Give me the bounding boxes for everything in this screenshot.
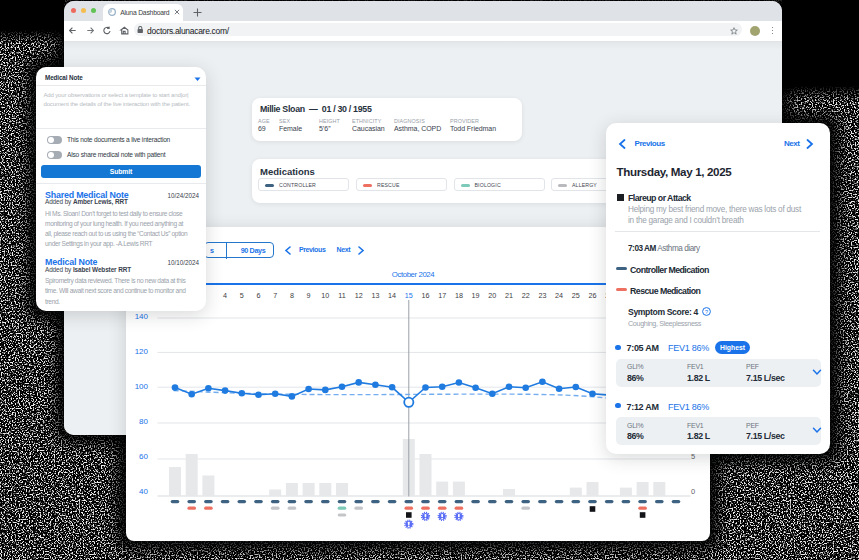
svg-text:0: 0: [691, 487, 695, 496]
svg-text:26: 26: [588, 291, 596, 300]
svg-text:9: 9: [306, 291, 310, 300]
svg-text:15: 15: [404, 291, 412, 300]
svg-text:22: 22: [521, 291, 529, 300]
svg-text:18: 18: [454, 291, 462, 300]
svg-text:23: 23: [538, 291, 546, 300]
svg-text:10: 10: [321, 291, 329, 300]
svg-text:25: 25: [571, 291, 579, 300]
svg-text:19: 19: [471, 291, 479, 300]
svg-text:8: 8: [289, 291, 293, 300]
svg-text:21: 21: [505, 291, 513, 300]
svg-text:140: 140: [134, 312, 148, 321]
svg-text:24: 24: [555, 291, 563, 300]
svg-text:4: 4: [223, 291, 227, 300]
svg-text:120: 120: [134, 347, 148, 356]
svg-text:80: 80: [139, 417, 148, 426]
svg-text:5: 5: [239, 291, 243, 300]
svg-text:12: 12: [354, 291, 362, 300]
svg-text:13: 13: [371, 291, 379, 300]
svg-text:7: 7: [273, 291, 277, 300]
svg-text:6: 6: [256, 291, 260, 300]
svg-text:20: 20: [488, 291, 496, 300]
svg-text:60: 60: [139, 452, 148, 461]
svg-text:40: 40: [139, 487, 148, 496]
svg-text:14: 14: [388, 291, 396, 300]
svg-text:?: ?: [704, 308, 707, 314]
svg-text:17: 17: [438, 291, 446, 300]
svg-text:100: 100: [134, 382, 148, 391]
svg-text:16: 16: [421, 291, 429, 300]
svg-text:11: 11: [338, 291, 345, 300]
